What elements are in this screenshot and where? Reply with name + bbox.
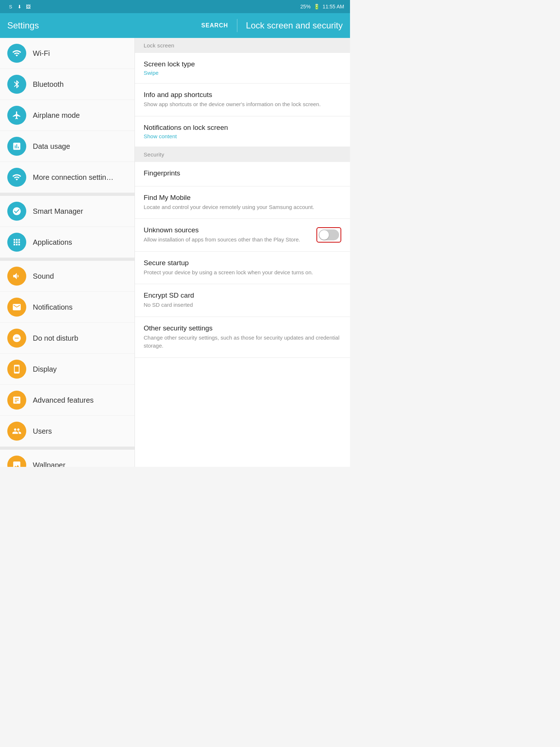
- secure-startup-desc: Protect your device by using a screen lo…: [144, 268, 341, 277]
- encrypt-sd-title: Encrypt SD card: [144, 291, 341, 299]
- sidebar-item-bluetooth[interactable]: Bluetooth: [0, 69, 135, 100]
- notifications-lock-title: Notifications on lock screen: [144, 124, 341, 132]
- lock-screen-section-header: Lock screen: [135, 38, 350, 53]
- content-item-notifications-lock[interactable]: Notifications on lock screen Show conten…: [135, 116, 350, 147]
- other-security-desc: Change other security settings, such as …: [144, 334, 341, 350]
- sidebar-item-smart[interactable]: Smart Manager: [0, 193, 135, 227]
- sidebar-bluetooth-label: Bluetooth: [33, 80, 64, 89]
- status-right: 25% 🔋 11:55 AM: [300, 4, 344, 9]
- sidebar-item-wifi[interactable]: Wi-Fi: [0, 38, 135, 69]
- sound-icon: [7, 267, 26, 286]
- find-mobile-title: Find My Mobile: [144, 194, 341, 202]
- find-mobile-desc: Locate and control your device remotely …: [144, 203, 341, 212]
- bluetooth-icon: [7, 75, 26, 94]
- data-icon: [7, 137, 26, 156]
- other-security-title: Other security settings: [144, 324, 341, 332]
- sidebar-data-label: Data usage: [33, 142, 70, 151]
- wifi-icon: [7, 44, 26, 63]
- unknown-sources-row: Unknown sources Allow installation of ap…: [144, 226, 341, 244]
- sidebar-sound-label: Sound: [33, 272, 54, 280]
- content-item-unknown-sources[interactable]: Unknown sources Allow installation of ap…: [135, 219, 350, 252]
- notification-icon: ⬇: [16, 3, 23, 10]
- status-icons-left: S ⬇ 🖼: [7, 3, 31, 10]
- settings-label: Settings: [7, 20, 39, 31]
- status-bar: S ⬇ 🖼 25% 🔋 11:55 AM: [0, 0, 350, 13]
- sidebar-wifi-label: Wi-Fi: [33, 49, 50, 58]
- smart-manager-icon: [7, 202, 26, 221]
- main-layout: Wi-Fi Bluetooth Airplane mode Data usage: [0, 38, 350, 467]
- content-pane: Lock screen Screen lock type Swipe Info …: [135, 38, 350, 467]
- info-shortcuts-desc: Show app shortcuts or the device owner's…: [144, 100, 341, 109]
- s-icon: S: [7, 3, 14, 10]
- page-title: Lock screen and security: [246, 20, 343, 31]
- sidebar-item-display[interactable]: Display: [0, 354, 135, 385]
- sidebar-display-label: Display: [33, 365, 57, 374]
- advanced-features-icon: [7, 391, 26, 410]
- airplane-icon: [7, 106, 26, 125]
- encrypt-sd-desc: No SD card inserted: [144, 301, 341, 309]
- display-icon: [7, 360, 26, 379]
- sidebar-item-applications[interactable]: Applications: [0, 227, 135, 258]
- sidebar-disturb-label: Do not disturb: [33, 334, 78, 342]
- search-button[interactable]: SEARCH: [201, 22, 228, 29]
- screen-lock-title: Screen lock type: [144, 60, 341, 68]
- sidebar-item-notifications[interactable]: Notifications: [0, 292, 135, 323]
- header-divider: [237, 19, 237, 32]
- sidebar-item-users[interactable]: Users: [0, 416, 135, 447]
- screen-lock-subtitle: Swipe: [144, 70, 341, 76]
- sidebar-advanced-label: Advanced features: [33, 396, 94, 405]
- sidebar-applications-label: Applications: [33, 238, 72, 247]
- header: Settings SEARCH Lock screen and security: [0, 13, 350, 38]
- more-connection-icon: [7, 168, 26, 187]
- unknown-sources-toggle-container: [316, 227, 341, 243]
- sidebar-item-wallpaper[interactable]: Wallpaper: [0, 447, 135, 467]
- sidebar-item-disturb[interactable]: Do not disturb: [0, 323, 135, 354]
- time-display: 11:55 AM: [323, 4, 344, 9]
- toggle-knob: [319, 230, 329, 240]
- security-section-header: Security: [135, 147, 350, 162]
- sidebar: Wi-Fi Bluetooth Airplane mode Data usage: [0, 38, 135, 467]
- sidebar-item-advanced[interactable]: Advanced features: [0, 385, 135, 416]
- fingerprints-title: Fingerprints: [144, 169, 341, 177]
- sidebar-item-data[interactable]: Data usage: [0, 131, 135, 162]
- users-icon: [7, 422, 26, 441]
- do-not-disturb-icon: [7, 329, 26, 348]
- content-item-fingerprints[interactable]: Fingerprints: [135, 162, 350, 186]
- lock-screen-header-label: Lock screen: [144, 42, 174, 49]
- applications-icon: [7, 233, 26, 252]
- sidebar-airplane-label: Airplane mode: [33, 111, 80, 120]
- content-item-find-mobile[interactable]: Find My Mobile Locate and control your d…: [135, 186, 350, 219]
- content-item-other-security[interactable]: Other security settings Change other sec…: [135, 317, 350, 358]
- content-item-secure-startup[interactable]: Secure startup Protect your device by us…: [135, 252, 350, 285]
- content-item-info-shortcuts[interactable]: Info and app shortcuts Show app shortcut…: [135, 84, 350, 116]
- content-item-screen-lock[interactable]: Screen lock type Swipe: [135, 53, 350, 84]
- sidebar-users-label: Users: [33, 427, 52, 436]
- sidebar-more-label: More connection settin…: [33, 173, 113, 182]
- sidebar-item-sound[interactable]: Sound: [0, 258, 135, 292]
- sidebar-item-airplane[interactable]: Airplane mode: [0, 100, 135, 131]
- notifications-lock-subtitle: Show content: [144, 133, 341, 139]
- wallpaper-icon: [7, 456, 26, 467]
- unknown-sources-desc: Allow installation of apps from sources …: [144, 236, 311, 244]
- battery-icon: 🔋: [314, 4, 320, 9]
- security-header-label: Security: [144, 151, 164, 158]
- notifications-icon: [7, 298, 26, 317]
- sidebar-notifications-label: Notifications: [33, 303, 73, 311]
- sidebar-smart-label: Smart Manager: [33, 207, 83, 216]
- unknown-sources-text: Unknown sources Allow installation of ap…: [144, 226, 311, 244]
- image-icon: 🖼: [25, 3, 31, 10]
- sidebar-wallpaper-label: Wallpaper: [33, 461, 65, 467]
- unknown-sources-title: Unknown sources: [144, 226, 311, 234]
- battery-level: 25%: [300, 4, 311, 9]
- sidebar-item-more[interactable]: More connection settin…: [0, 162, 135, 193]
- unknown-sources-toggle[interactable]: [319, 229, 339, 240]
- content-item-encrypt-sd[interactable]: Encrypt SD card No SD card inserted: [135, 284, 350, 317]
- info-shortcuts-title: Info and app shortcuts: [144, 91, 341, 99]
- secure-startup-title: Secure startup: [144, 259, 341, 267]
